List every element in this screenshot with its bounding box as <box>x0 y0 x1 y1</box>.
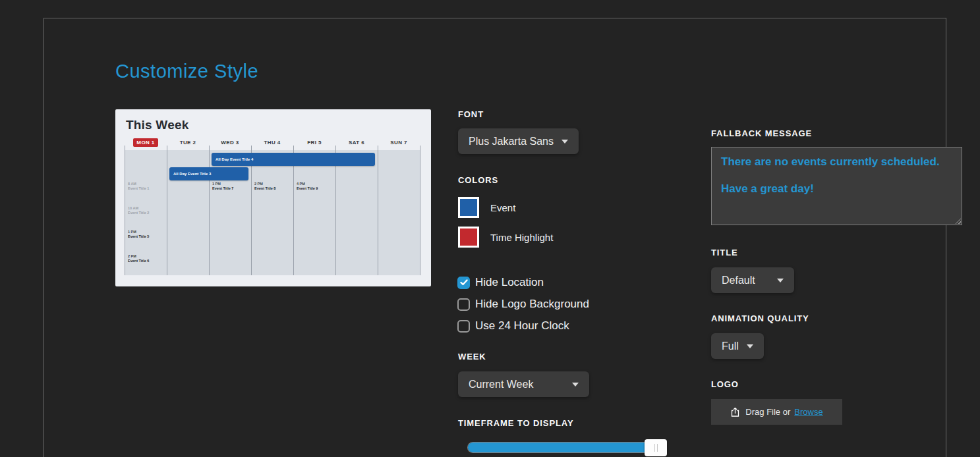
checkbox-row-hide-logo-background[interactable]: Hide Logo Background <box>457 298 589 311</box>
preview-day-label: MON 1 <box>125 137 167 148</box>
color-swatch[interactable] <box>458 197 479 218</box>
color-row-time-highlight: Time Highlight <box>458 227 553 248</box>
preview-day-label: THU 4 <box>251 137 293 148</box>
checkbox-group: Hide LocationHide Logo BackgroundUse 24 … <box>457 276 589 341</box>
checkbox-label: Hide Logo Background <box>475 298 589 311</box>
title-section-label: TITLE <box>711 248 738 257</box>
event-title: Event Title 8 <box>254 186 293 191</box>
grid-line <box>125 146 125 275</box>
grid-line <box>420 146 420 275</box>
logo-section-label: LOGO <box>711 379 739 389</box>
week-dropdown-value: Current Week <box>469 379 533 390</box>
calendar-event: 2 PMEvent Title 8 <box>254 182 293 191</box>
timeframe-section-label: TIMEFRAME TO DISPLAY <box>458 418 573 428</box>
chevron-down-icon <box>777 279 784 282</box>
calendar-event: 8 AMEvent Title 1 <box>128 182 166 191</box>
grid-line <box>209 146 210 275</box>
preview-grid: All Day Event Title 4All Day Event Title… <box>125 150 420 275</box>
animation-quality-value: Full <box>722 340 739 352</box>
preview-day-label: FRI 5 <box>293 137 335 148</box>
checkbox-checked[interactable] <box>457 277 470 289</box>
checkbox-label: Hide Location <box>475 276 544 289</box>
event-time: 8 AM <box>128 182 166 186</box>
logo-drop-zone[interactable]: Drag File or Browse <box>711 399 842 425</box>
preview-day-label: SUN 7 <box>378 137 420 148</box>
customize-style-panel: Customize Style This Week MON 1TUE 2WED … <box>43 18 946 457</box>
title-dropdown[interactable]: Default <box>711 267 794 293</box>
chevron-down-icon <box>572 383 579 387</box>
calendar-event: 1 PMEvent Title 7 <box>212 182 250 191</box>
week-section-label: WEEK <box>458 352 486 362</box>
event-title: Event Title 5 <box>128 234 166 239</box>
event-time: 1 PM <box>128 230 166 234</box>
preview-day-label: SAT 6 <box>335 137 378 148</box>
today-badge: MON 1 <box>133 138 158 147</box>
calendar-event: 1 PMEvent Title 5 <box>128 230 166 239</box>
calendar-event: 2 PMEvent Title 6 <box>128 254 166 263</box>
event-title: Event Title 6 <box>128 259 166 263</box>
all-day-event-bar: All Day Event Title 4 <box>212 153 375 166</box>
timeframe-slider-track[interactable] <box>467 442 667 453</box>
preview-day-label: WED 3 <box>209 137 251 148</box>
animation-quality-dropdown[interactable]: Full <box>711 333 764 359</box>
event-time: 2 PM <box>128 254 166 259</box>
preview-day-header: MON 1TUE 2WED 3THU 4FRI 5SAT 6SUN 7 <box>125 137 420 148</box>
checkbox-unchecked[interactable] <box>457 320 470 333</box>
color-swatch[interactable] <box>458 227 479 248</box>
checkbox-unchecked[interactable] <box>457 298 470 311</box>
slider-grip-icon <box>654 444 658 452</box>
check-icon <box>460 279 468 286</box>
fallback-section-label: FALLBACK MESSAGE <box>711 128 812 138</box>
checkbox-row-use-24-hour-clock[interactable]: Use 24 Hour Clock <box>457 319 589 333</box>
colors-section-label: COLORS <box>458 175 498 185</box>
browse-link[interactable]: Browse <box>794 407 822 417</box>
grid-line <box>378 146 378 275</box>
grid-line <box>167 146 167 275</box>
chevron-down-icon <box>747 344 753 348</box>
day-column <box>294 150 335 275</box>
chevron-down-icon <box>562 140 568 144</box>
drag-file-label: Drag File or <box>745 407 790 417</box>
title-dropdown-value: Default <box>722 275 755 286</box>
event-time: 2 PM <box>254 182 293 186</box>
font-dropdown[interactable]: Plus Jakarta Sans <box>458 128 579 154</box>
animation-quality-label: ANIMATION QUALITY <box>711 313 809 323</box>
event-time: 10 AM <box>128 206 166 211</box>
calendar-event: 4 PMEvent Title 9 <box>297 182 335 191</box>
calendar-event: 10 AMEvent Title 2 <box>128 206 166 215</box>
color-row-event: Event <box>458 197 515 218</box>
week-dropdown[interactable]: Current Week <box>458 371 589 397</box>
fallback-message-wrap: There are no events currently scheduled.… <box>711 147 962 225</box>
day-column <box>252 150 293 275</box>
timeframe-slider-thumb[interactable] <box>645 439 667 456</box>
day-column <box>336 150 378 275</box>
timeframe-slider-fill <box>468 443 645 452</box>
event-title: Event Title 2 <box>128 211 166 215</box>
color-swatch-label: Event <box>490 202 515 213</box>
all-day-event-bar: All Day Event Title 3 <box>169 167 248 180</box>
checkbox-label: Use 24 Hour Clock <box>475 319 569 333</box>
calendar-preview: This Week MON 1TUE 2WED 3THU 4FRI 5SAT 6… <box>115 109 431 286</box>
day-column <box>378 150 420 275</box>
event-title: Event Title 9 <box>297 186 335 191</box>
preview-day-label: TUE 2 <box>167 137 209 148</box>
event-title: Event Title 7 <box>212 186 250 191</box>
event-time: 1 PM <box>212 182 250 186</box>
event-time: 4 PM <box>297 182 335 186</box>
upload-icon <box>730 407 740 417</box>
page-title: Customize Style <box>115 61 258 82</box>
font-dropdown-value: Plus Jakarta Sans <box>469 136 554 148</box>
fallback-message-input[interactable]: There are no events currently scheduled.… <box>711 147 962 225</box>
checkbox-row-hide-location[interactable]: Hide Location <box>457 276 589 289</box>
color-swatch-label: Time Highlight <box>490 232 553 243</box>
font-section-label: FONT <box>458 109 484 119</box>
event-title: Event Title 1 <box>128 186 166 191</box>
preview-week-title: This Week <box>126 118 188 132</box>
